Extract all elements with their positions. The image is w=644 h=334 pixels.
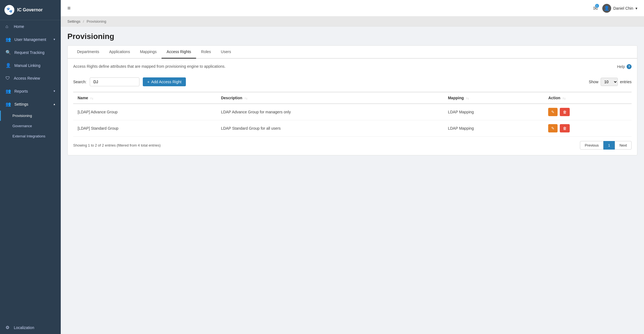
sidebar-item-home[interactable]: ⌂ Home xyxy=(0,20,61,33)
chevron-reports-icon: ▾ xyxy=(54,89,55,93)
col-action[interactable]: Action ↑↓ xyxy=(544,92,632,104)
sidebar-item-request-tracking[interactable]: 🔍 Request Tracking xyxy=(0,46,61,59)
sidebar-subitem-provisioning[interactable]: Provisioning xyxy=(0,111,61,121)
avatar: 👤 xyxy=(602,4,611,13)
pagination-row: Showing 1 to 2 of 2 entries (filtered fr… xyxy=(73,137,632,150)
sidebar-item-manual-linking-label: Manual Linking xyxy=(14,63,40,68)
sidebar-subitem-governance[interactable]: Governance xyxy=(0,121,61,131)
sidebar-item-reports[interactable]: 👥 Reports ▾ xyxy=(0,85,61,98)
tab-applications[interactable]: Applications xyxy=(104,46,135,59)
show-entries: Show 10 25 50 100 entries xyxy=(589,78,632,86)
tab-access-rights[interactable]: Access Rights xyxy=(162,46,196,59)
sidebar-item-localization-label: Localization xyxy=(14,325,34,330)
show-label: Show xyxy=(589,80,598,84)
plus-icon: + xyxy=(147,80,149,84)
entries-select[interactable]: 10 25 50 100 xyxy=(601,78,618,86)
hamburger-button[interactable]: ≡ xyxy=(67,5,71,11)
sidebar-item-localization[interactable]: ⚙ Localization xyxy=(0,321,61,334)
main-card: Departments Applications Mappings Access… xyxy=(67,45,637,155)
row1-mapping: LDAP Mapping xyxy=(444,104,544,120)
sidebar-item-home-label: Home xyxy=(14,24,24,29)
mail-button[interactable]: ✉ 1 xyxy=(593,5,598,12)
sidebar-subitem-external-integrations[interactable]: External Integrations xyxy=(0,131,61,141)
sidebar-item-access-review[interactable]: 🛡 Access Review xyxy=(0,72,61,85)
breadcrumb-separator: / xyxy=(83,19,84,24)
previous-button[interactable]: Previous xyxy=(580,141,603,150)
sidebar-subitem-provisioning-label: Provisioning xyxy=(12,114,32,118)
person-icon: 👤 xyxy=(6,63,11,68)
main-wrapper: ≡ ✉ 1 👤 Daniel Chin ▾ Settings / Provisi… xyxy=(61,0,644,334)
sidebar-item-user-management[interactable]: 👥 User Management ▾ xyxy=(0,33,61,46)
row1-edit-button[interactable]: ✎ xyxy=(548,108,558,116)
sidebar: 🐾 IC Governor ⌂ Home 👥 User Management ▾… xyxy=(0,0,61,334)
row1-description: LDAP Advance Group for managers only xyxy=(217,104,444,120)
row2-delete-button[interactable]: 🗑 xyxy=(560,124,570,132)
entries-label: entries xyxy=(620,80,632,84)
sort-action-icon: ↑↓ xyxy=(563,96,566,100)
row1-action-btns: ✎ 🗑 xyxy=(548,108,627,116)
chevron-down-icon: ▾ xyxy=(54,38,55,41)
add-button-label: Add Access Right xyxy=(151,80,181,84)
logo-text: IC Governor xyxy=(17,7,43,12)
card-body: Access Rights define attributes that are… xyxy=(68,59,637,155)
help-button[interactable]: Help ? xyxy=(617,64,632,69)
sort-mapping-icon: ↑↓ xyxy=(466,96,469,100)
search-icon: 🔍 xyxy=(6,50,11,55)
tabs-bar: Departments Applications Mappings Access… xyxy=(68,46,637,59)
user-name: Daniel Chin xyxy=(613,6,633,11)
row1-delete-button[interactable]: 🗑 xyxy=(560,108,570,116)
col-description[interactable]: Description ↑↓ xyxy=(217,92,444,104)
pagination-status: Showing 1 to 2 of 2 entries (filtered fr… xyxy=(73,143,161,147)
pagination-buttons: Previous 1 Next xyxy=(580,141,632,150)
settings-group-icon: 👥 xyxy=(6,101,11,107)
add-access-right-button[interactable]: + Add Access Right xyxy=(143,77,186,86)
user-dropdown-icon: ▾ xyxy=(635,6,637,11)
sidebar-subitem-governance-label: Governance xyxy=(12,124,32,128)
reports-icon: 👥 xyxy=(6,88,11,94)
sidebar-item-request-tracking-label: Request Tracking xyxy=(14,50,44,55)
sidebar-item-settings[interactable]: 👥 Settings ▴ xyxy=(0,98,61,111)
content-area: Settings / Provisioning Provisioning Dep… xyxy=(61,17,644,334)
header: ≡ ✉ 1 👤 Daniel Chin ▾ xyxy=(61,0,644,17)
tab-departments[interactable]: Departments xyxy=(72,46,104,59)
next-button[interactable]: Next xyxy=(615,141,632,150)
tab-users[interactable]: Users xyxy=(216,46,236,59)
tab-mappings[interactable]: Mappings xyxy=(135,46,162,59)
logo: 🐾 IC Governor xyxy=(0,0,61,20)
row2-mapping: LDAP Mapping xyxy=(444,120,544,137)
row1-name: [LDAP] Advance Group xyxy=(73,104,217,120)
help-icon: ? xyxy=(627,64,632,69)
breadcrumb-current: Provisioning xyxy=(87,19,106,24)
sidebar-item-reports-label: Reports xyxy=(14,89,28,93)
users-icon: 👥 xyxy=(6,37,11,42)
row2-actions: ✎ 🗑 xyxy=(544,120,632,137)
col-name[interactable]: Name ↑↓ xyxy=(73,92,217,104)
logo-icon: 🐾 xyxy=(4,5,14,15)
shield-icon: 🛡 xyxy=(6,76,10,81)
table-row: [LDAP] Advance Group LDAP Advance Group … xyxy=(73,104,632,120)
row2-edit-button[interactable]: ✎ xyxy=(548,124,558,132)
mail-badge: 1 xyxy=(595,4,599,8)
home-icon: ⌂ xyxy=(6,24,10,29)
card-description: Access Rights define attributes that are… xyxy=(73,64,226,69)
top-row: Access Rights define attributes that are… xyxy=(73,64,632,73)
help-label: Help xyxy=(617,64,625,69)
row2-description: LDAP Standard Group for all users xyxy=(217,120,444,137)
chevron-settings-icon: ▴ xyxy=(54,102,55,106)
tab-roles[interactable]: Roles xyxy=(196,46,216,59)
search-input[interactable] xyxy=(90,77,139,86)
sidebar-item-manual-linking[interactable]: 👤 Manual Linking xyxy=(0,59,61,72)
sidebar-item-access-review-label: Access Review xyxy=(14,76,40,80)
toolbar: Search: + Add Access Right Show 10 25 50… xyxy=(73,77,632,86)
page-1-button[interactable]: 1 xyxy=(603,141,615,150)
table-row: [LDAP] Standard Group LDAP Standard Grou… xyxy=(73,120,632,137)
breadcrumb: Settings / Provisioning xyxy=(61,17,644,27)
user-menu[interactable]: 👤 Daniel Chin ▾ xyxy=(602,4,637,13)
gear-icon: ⚙ xyxy=(6,325,10,330)
row2-name: [LDAP] Standard Group xyxy=(73,120,217,137)
row2-action-btns: ✎ 🗑 xyxy=(548,124,627,132)
col-mapping[interactable]: Mapping ↑↓ xyxy=(444,92,544,104)
breadcrumb-settings[interactable]: Settings xyxy=(67,19,80,24)
sort-name-icon: ↑↓ xyxy=(90,96,93,100)
sidebar-subitem-external-integrations-label: External Integrations xyxy=(12,134,45,138)
